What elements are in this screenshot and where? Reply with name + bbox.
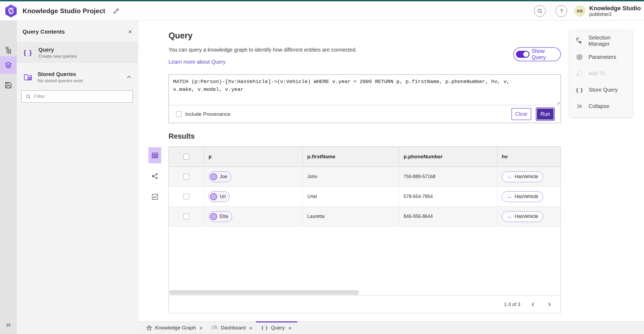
double-chevron-right-icon bbox=[576, 103, 583, 110]
results-title: Results bbox=[169, 132, 195, 141]
relationship-pill[interactable]: → HasVehicle bbox=[502, 171, 543, 182]
learn-more-link[interactable]: Learn more about Query bbox=[169, 59, 225, 65]
row-checkbox[interactable] bbox=[184, 174, 189, 179]
panel-item-stored-queries[interactable]: Stored Queries No stored queries exist bbox=[17, 67, 138, 87]
filter-input[interactable] bbox=[34, 94, 125, 99]
tab-label: Knowledge Graph bbox=[155, 325, 196, 331]
column-header-hv[interactable]: hv bbox=[497, 147, 561, 167]
table-footer: 1-3 of 3 bbox=[169, 296, 561, 313]
show-query-toggle[interactable]: Show Query bbox=[513, 47, 561, 61]
page-description: You can query a knowledge graph to ident… bbox=[169, 47, 357, 53]
tool-label: Store Query bbox=[589, 87, 618, 93]
results-view-switcher bbox=[148, 147, 162, 205]
select-all-checkbox[interactable] bbox=[184, 154, 189, 160]
table-row[interactable]: Etta Lauretta 846-956-8644 → HasVehicle bbox=[169, 207, 561, 227]
help-button[interactable]: ? bbox=[556, 5, 567, 17]
search-icon bbox=[537, 8, 543, 14]
row-checkbox[interactable] bbox=[184, 194, 189, 199]
query-textarea[interactable]: MATCH (p:Person)-[hv:HasVehicle]->(v:Veh… bbox=[169, 75, 561, 105]
close-icon[interactable]: × bbox=[128, 28, 132, 35]
chevron-up-icon[interactable] bbox=[126, 74, 132, 80]
entity-pill[interactable]: Etta bbox=[208, 211, 232, 222]
row-checkbox[interactable] bbox=[184, 214, 189, 219]
tab-dashboard[interactable]: Dashboard × bbox=[207, 322, 257, 334]
chart-view-button[interactable] bbox=[148, 189, 161, 205]
header-divider bbox=[550, 3, 550, 19]
close-icon[interactable]: × bbox=[288, 325, 291, 331]
close-icon[interactable]: × bbox=[199, 325, 203, 331]
chevron-right-icon bbox=[547, 302, 552, 307]
stored-queries-folder-icon bbox=[24, 73, 32, 81]
cell-firstname: Lauretta bbox=[302, 207, 399, 226]
arrow-right-icon: → bbox=[507, 174, 512, 180]
tab-knowledge-graph[interactable]: Knowledge Graph × bbox=[142, 322, 207, 334]
resize-handle-icon[interactable] bbox=[556, 101, 560, 105]
chevron-left-icon bbox=[531, 302, 536, 307]
panel-title: Query Contents bbox=[23, 28, 65, 35]
rail-item-hierarchy[interactable] bbox=[0, 43, 17, 57]
relationship-pill[interactable]: → HasVehicle bbox=[502, 191, 543, 202]
run-button[interactable]: Run bbox=[536, 108, 554, 120]
page-title: Query bbox=[169, 31, 193, 41]
table-row[interactable]: Joe John 759-889-57168 → HasVehicle bbox=[169, 167, 561, 187]
query-contents-panel: Query Contents × { } Query Create new qu… bbox=[17, 21, 138, 334]
tab-query[interactable]: { } Query × bbox=[257, 322, 296, 334]
table-header-row: p p.firstName p.phoneNumber hv bbox=[169, 147, 561, 167]
entity-pill[interactable]: Uri bbox=[208, 191, 230, 202]
previous-page-button[interactable] bbox=[530, 301, 536, 308]
clear-button[interactable]: Clear bbox=[511, 108, 531, 120]
next-page-button[interactable] bbox=[546, 301, 552, 308]
item-title: Stored Queries bbox=[38, 71, 83, 77]
item-subtitle: Create new queries bbox=[38, 54, 77, 59]
entity-pill[interactable]: Joe bbox=[208, 171, 231, 182]
column-header-p[interactable]: p bbox=[204, 147, 302, 167]
parameters-button[interactable]: Parameters bbox=[570, 49, 632, 65]
show-query-label: Show Query bbox=[532, 48, 560, 60]
query-actions-bar: Include Provenance Clear Run bbox=[169, 105, 561, 123]
relationship-pill[interactable]: → HasVehicle bbox=[502, 211, 543, 222]
item-subtitle: No stored queries exist bbox=[38, 78, 83, 83]
close-icon[interactable]: × bbox=[249, 325, 252, 331]
user-info: Knowledge Studio publisher2 bbox=[589, 5, 641, 17]
edit-title-icon[interactable] bbox=[113, 8, 120, 15]
cell-phonenumber: 578-654-7854 bbox=[399, 187, 497, 206]
layers-icon bbox=[5, 61, 12, 69]
add-to-button: Add To bbox=[570, 65, 632, 82]
entity-node-icon bbox=[210, 213, 217, 220]
tool-label: Add To bbox=[588, 70, 605, 77]
table-icon bbox=[151, 152, 159, 159]
pagination-label: 1-3 of 3 bbox=[504, 302, 520, 307]
arrow-right-icon: → bbox=[507, 194, 512, 200]
query-line: MATCH (p:Person)-[hv:HasVehicle]->(v:Veh… bbox=[173, 78, 556, 86]
column-header-phonenumber[interactable]: p.phoneNumber bbox=[399, 147, 497, 167]
store-query-button[interactable]: { } Store Query bbox=[570, 82, 632, 98]
query-tools-panel: Selection Manager Parameters Add To { } … bbox=[570, 30, 632, 117]
results-table: p p.firstName p.phoneNumber hv Joe John … bbox=[169, 146, 561, 313]
expand-panel-button[interactable] bbox=[0, 318, 17, 332]
panel-item-query[interactable]: { } Query Create new queries bbox=[17, 43, 138, 63]
graph-view-button[interactable] bbox=[148, 168, 161, 184]
question-mark-icon: ? bbox=[560, 8, 563, 14]
left-rail bbox=[0, 21, 17, 334]
add-to-icon bbox=[576, 70, 583, 77]
include-provenance-checkbox[interactable] bbox=[176, 111, 182, 117]
arrow-right-icon: → bbox=[507, 214, 512, 220]
table-row[interactable]: Uri Uriel 578-654-7854 → HasVehicle bbox=[169, 187, 561, 207]
search-button[interactable] bbox=[534, 5, 546, 17]
user-avatar[interactable]: KS bbox=[574, 5, 586, 17]
knowledge-graph-icon bbox=[146, 325, 152, 331]
collapse-button[interactable]: Collapse bbox=[570, 98, 632, 114]
table-view-button[interactable] bbox=[148, 147, 161, 163]
column-header-firstname[interactable]: p.firstName bbox=[302, 147, 399, 167]
rail-item-query-contents[interactable] bbox=[0, 56, 17, 74]
horizontal-scrollbar[interactable] bbox=[169, 290, 359, 295]
dashboard-gauge-icon bbox=[212, 325, 218, 331]
relationship-label: HasVehicle bbox=[515, 214, 538, 219]
cell-phonenumber: 759-889-57168 bbox=[399, 167, 497, 186]
rail-item-save[interactable] bbox=[0, 78, 17, 92]
selection-manager-button[interactable]: Selection Manager bbox=[570, 33, 632, 49]
item-title: Query bbox=[38, 47, 77, 53]
save-icon bbox=[5, 81, 12, 89]
entity-node-icon bbox=[210, 173, 217, 180]
braces-icon: { } bbox=[576, 87, 583, 93]
